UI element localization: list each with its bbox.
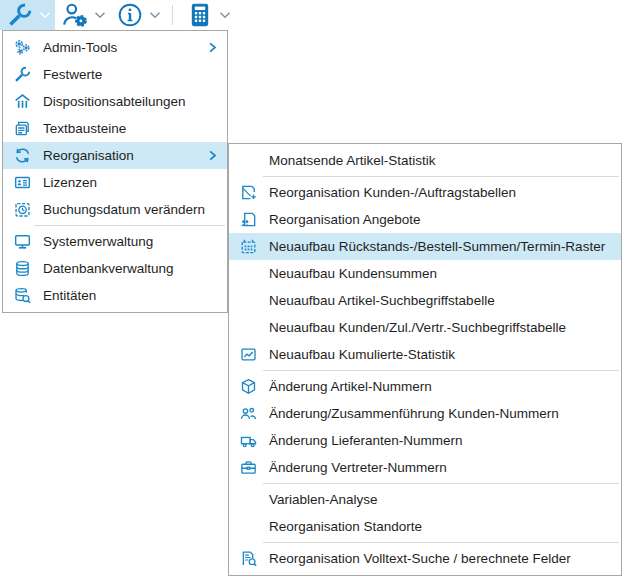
toolbar <box>0 0 624 30</box>
menu-item-reorganisation-kunden-auftragstabellen[interactable]: Reorganisation Kunden-/Auftragstabellen <box>229 179 621 206</box>
user-gear-icon <box>61 1 89 29</box>
menu-item-label: Monatsende Artikel-Statistik <box>269 153 436 168</box>
menu-item-label: Neuaufbau Artikel-Suchbegriffstabelle <box>269 293 495 308</box>
menu-item-textbausteine[interactable]: Textbausteine <box>3 115 227 142</box>
menu-item-label: Datenbankverwaltung <box>43 261 174 276</box>
menu-item-variablen-analyse[interactable]: Variablen-Analyse <box>229 486 621 513</box>
people-icon <box>238 404 258 423</box>
wrench-icon <box>12 65 32 84</box>
calculator-icon <box>186 1 214 29</box>
menu-item-reorganisation-angebote[interactable]: Reorganisation Angebote <box>229 206 621 233</box>
department-icon <box>12 92 32 111</box>
menu-item-admin-tools[interactable]: Admin-Tools <box>3 34 227 61</box>
menu-separator <box>263 370 619 371</box>
sync-icon <box>12 146 32 165</box>
menu-item-label: Variablen-Analyse <box>269 492 378 507</box>
menu-item-label: Reorganisation Kunden-/Auftragstabellen <box>269 185 516 200</box>
calculator-menu-button[interactable] <box>180 0 235 30</box>
icon-placeholder <box>238 318 258 337</box>
admin-tools-dropdown-menu: Admin-ToolsFestwerteDispositionsabteilun… <box>2 30 228 313</box>
menu-item-label: Änderung Lieferanten-Nummern <box>269 433 463 448</box>
menu-item-lizenzen[interactable]: Lizenzen <box>3 169 227 196</box>
menu-item-label: Festwerte <box>43 67 102 82</box>
icon-placeholder <box>238 291 258 310</box>
cube-icon <box>238 377 258 396</box>
menu-item-label: Reorganisation Standorte <box>269 519 422 534</box>
icon-placeholder <box>238 517 258 536</box>
menu-separator <box>263 176 619 177</box>
menu-item-label: Neuaufbau Rückstands-/Bestell-Summen/Ter… <box>269 239 605 254</box>
menu-item-systemverwaltung[interactable]: Systemverwaltung <box>3 228 227 255</box>
menu-item-label: Änderung/Zusammenführung Kunden-Nummern <box>269 406 559 421</box>
icon-placeholder <box>238 151 258 170</box>
menu-item-neuaufbau-kunden-zul-vertr-suchbegriffstabelle[interactable]: Neuaufbau Kunden/Zul./Vertr.-Suchbegriff… <box>229 314 621 341</box>
menu-item-aenderung-vertreter-nummern[interactable]: Änderung Vertreter-Nummern <box>229 454 621 481</box>
database-icon <box>12 259 32 278</box>
menu-item-neuaufbau-kundensummen[interactable]: Neuaufbau Kundensummen <box>229 260 621 287</box>
wrench-icon <box>6 1 34 29</box>
admin-tools-menu-button[interactable] <box>0 0 55 30</box>
menu-item-entitaeten[interactable]: Entitäten <box>3 282 227 309</box>
menu-item-datenbankverwaltung[interactable]: Datenbankverwaltung <box>3 255 227 282</box>
menu-item-label: Textbausteine <box>43 121 126 136</box>
document-people-icon <box>238 210 258 229</box>
chevron-down-icon <box>93 8 107 22</box>
menu-item-reorganisation[interactable]: Reorganisation <box>3 142 227 169</box>
menu-item-festwerte[interactable]: Festwerte <box>3 61 227 88</box>
info-icon <box>116 1 144 29</box>
menu-item-label: Neuaufbau Kundensummen <box>269 266 437 281</box>
calendar-grid-icon <box>238 237 258 256</box>
chevron-down-icon <box>38 8 52 22</box>
menu-item-label: Entitäten <box>43 288 96 303</box>
menu-item-reorganisation-volltext-suche-berechnete-felder[interactable]: Reorganisation Volltext-Suche / berechne… <box>229 545 621 572</box>
monitor-icon <box>12 232 32 251</box>
menu-separator <box>263 542 619 543</box>
icon-placeholder <box>238 264 258 283</box>
menu-separator <box>263 483 619 484</box>
menu-item-label: Reorganisation Volltext-Suche / berechne… <box>269 551 571 566</box>
table-edit-icon <box>238 183 258 202</box>
menu-item-reorganisation-standorte[interactable]: Reorganisation Standorte <box>229 513 621 540</box>
line-chart-icon <box>238 345 258 364</box>
chevron-right-icon <box>206 149 219 162</box>
icon-placeholder <box>238 490 258 509</box>
user-settings-menu-button[interactable] <box>55 0 110 30</box>
reorganisation-submenu: Monatsende Artikel-StatistikReorganisati… <box>228 143 622 576</box>
menu-item-label: Änderung Vertreter-Nummern <box>269 460 447 475</box>
menu-item-label: Änderung Artikel-Nummern <box>269 379 432 394</box>
menu-item-label: Admin-Tools <box>43 40 117 55</box>
menu-item-aenderung-zusammenfuehrung-kunden-nummern[interactable]: Änderung/Zusammenführung Kunden-Nummern <box>229 400 621 427</box>
toolbar-separator <box>172 5 173 25</box>
menu-item-label: Systemverwaltung <box>43 234 153 249</box>
menu-item-label: Dispositionsabteilungen <box>43 94 186 109</box>
menu-item-neuaufbau-rueckstands-bestell-summen-termin-raster[interactable]: Neuaufbau Rückstands-/Bestell-Summen/Ter… <box>229 233 621 260</box>
menu-item-label: Reorganisation <box>43 148 134 163</box>
chevron-down-icon <box>218 8 232 22</box>
menu-item-buchungsdatum-veraendern[interactable]: Buchungsdatum verändern <box>3 196 227 223</box>
menu-item-neuaufbau-kumulierte-statistik[interactable]: Neuaufbau Kumulierte-Statistik <box>229 341 621 368</box>
gears-icon <box>12 38 32 57</box>
briefcase-icon <box>238 458 258 477</box>
calendar-clock-icon <box>12 200 32 219</box>
menu-item-aenderung-lieferanten-nummern[interactable]: Änderung Lieferanten-Nummern <box>229 427 621 454</box>
menu-item-monatsende-artikel-statistik[interactable]: Monatsende Artikel-Statistik <box>229 147 621 174</box>
menu-separator <box>34 225 225 226</box>
database-search-icon <box>12 286 32 305</box>
menu-item-label: Lizenzen <box>43 175 97 190</box>
info-menu-button[interactable] <box>110 0 165 30</box>
document-search-icon <box>238 549 258 568</box>
menu-item-label: Neuaufbau Kunden/Zul./Vertr.-Suchbegriff… <box>269 320 566 335</box>
id-card-icon <box>12 173 32 192</box>
menu-item-neuaufbau-artikel-suchbegriffstabelle[interactable]: Neuaufbau Artikel-Suchbegriffstabelle <box>229 287 621 314</box>
menu-item-label: Neuaufbau Kumulierte-Statistik <box>269 347 455 362</box>
truck-icon <box>238 431 258 450</box>
chevron-down-icon <box>148 8 162 22</box>
menu-item-dispositionsabteilungen[interactable]: Dispositionsabteilungen <box>3 88 227 115</box>
menu-item-aenderung-artikel-nummern[interactable]: Änderung Artikel-Nummern <box>229 373 621 400</box>
menu-item-label: Reorganisation Angebote <box>269 212 421 227</box>
documents-icon <box>12 119 32 138</box>
chevron-right-icon <box>206 41 219 54</box>
menu-item-label: Buchungsdatum verändern <box>43 202 205 217</box>
